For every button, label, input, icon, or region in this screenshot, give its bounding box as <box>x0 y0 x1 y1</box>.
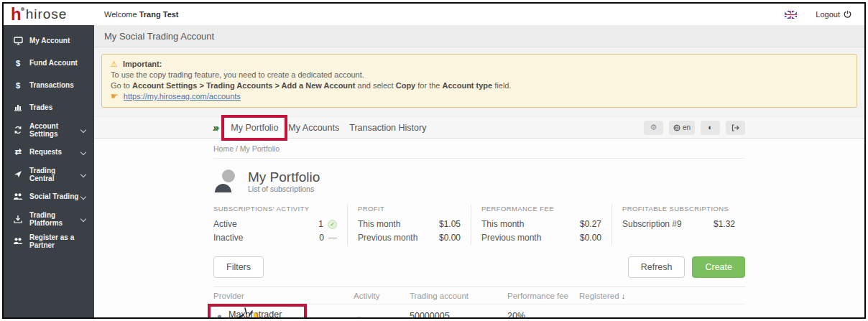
important-notice-banner: ⚠ Important: To use the copy trading fea… <box>101 54 857 108</box>
app-window: h hirose Welcome Trang Test Logout My Ac… <box>2 2 866 319</box>
stat-header: PROFIT <box>358 205 461 213</box>
stat-label: Active <box>213 218 237 231</box>
hirose-mark-icon: » <box>213 121 219 134</box>
column-registered[interactable]: Registered↓ <box>579 292 709 300</box>
logout-button[interactable]: Logout <box>816 10 851 19</box>
chevron-down-icon <box>80 215 86 221</box>
sidebar-item-label: Trading Platforms <box>29 211 81 227</box>
exit-icon <box>731 124 739 131</box>
sidebar-item-label: Social Trading <box>29 192 81 200</box>
provider-name-link[interactable]: Maxprotrader <box>228 310 282 317</box>
stat-value: $0.27 <box>580 218 601 231</box>
notice-text: and select <box>355 81 395 90</box>
stat-subscriptions-activity: SUBSCRIPTIONS' ACTIVITY Active 1✓ Inacti… <box>213 205 347 245</box>
theme-toggle-button[interactable]: ◐ <box>701 121 720 135</box>
chevron-down-icon <box>80 126 86 132</box>
notice-line1: To use the copy trading feature, you nee… <box>111 70 848 80</box>
stat-label: Previous month <box>481 231 541 245</box>
create-button[interactable]: Create <box>692 256 745 278</box>
column-label: Registered <box>579 292 619 300</box>
sidebar-item-trading-platforms[interactable]: Trading Platforms <box>4 208 94 230</box>
exit-button[interactable] <box>726 121 745 135</box>
stat-label: Inactive <box>213 231 243 245</box>
sidebar-item-label: Requests <box>29 148 81 156</box>
sidebar-item-account-settings[interactable]: Account Settings <box>4 118 94 141</box>
breadcrumb-separator: / <box>234 144 240 153</box>
uk-flag-icon[interactable] <box>785 11 797 19</box>
sidebar-item-label: My Account <box>29 37 88 45</box>
column-provider: Provider <box>213 292 354 300</box>
notice-text: field. <box>492 81 511 90</box>
dart-icon <box>12 170 24 178</box>
gear-icon: ⚙ <box>650 124 657 131</box>
transfer-arrows-icon: ⇄ <box>12 147 24 157</box>
stat-value: $1.32 <box>714 218 735 231</box>
monitor-icon <box>12 37 24 45</box>
notice-copy: Copy <box>396 81 416 90</box>
settings-button[interactable]: ⚙ <box>644 121 663 135</box>
tab-transaction-history[interactable]: Transaction History <box>344 118 431 137</box>
globe-icon <box>673 124 680 131</box>
sidebar-nav: My Account $ Fund Account $ Transactions… <box>4 25 94 317</box>
people-icon <box>12 237 24 245</box>
pointing-finger-icon: ☛ <box>111 91 119 101</box>
column-activity: Activity <box>354 292 410 300</box>
sidebar-item-register-partner[interactable]: Register as a Partner <box>4 230 94 252</box>
refresh-button[interactable]: Refresh <box>628 256 685 278</box>
chevron-down-icon <box>80 171 86 177</box>
stat-label: Previous month <box>358 231 417 245</box>
provider-avatar-icon <box>215 311 224 317</box>
accounts-link[interactable]: https://my.hiroseag.com/accounts <box>124 92 241 101</box>
stat-label: This month <box>358 218 400 231</box>
sort-desc-icon: ↓ <box>622 292 626 300</box>
stat-header: SUBSCRIPTIONS' ACTIVITY <box>213 205 337 213</box>
table-row[interactable]: Maxprotrader #9 Active ☝ <box>213 304 745 317</box>
dash-icon: — <box>328 231 337 245</box>
chevron-down-icon <box>80 193 86 199</box>
portfolio-avatar <box>213 169 239 193</box>
tab-bar: » My Portfolio My Accounts Transaction H… <box>94 116 864 139</box>
sidebar-item-trades[interactable]: Trades <box>4 96 94 118</box>
hirose-logo-mark-icon: h <box>11 6 22 22</box>
chevron-down-icon <box>80 149 86 154</box>
portfolio-heading: My Portfolio List of subscriptions <box>213 169 745 193</box>
activity-check-icon: ✓ <box>354 317 364 317</box>
stat-value: $0.00 <box>439 231 461 245</box>
sidebar-item-requests[interactable]: ⇄ Requests <box>4 141 94 163</box>
table-header-row: Provider Activity Trading account Perfor… <box>213 287 745 304</box>
tab-label: My Portfolio <box>231 123 278 133</box>
portfolio-subtitle: List of subscriptions <box>248 185 320 193</box>
sidebar-item-label: Fund Account <box>29 59 88 67</box>
performance-fee-value: 20% <box>507 311 579 317</box>
breadcrumb-home[interactable]: Home <box>213 144 234 153</box>
stats-summary: SUBSCRIPTIONS' ACTIVITY Active 1✓ Inacti… <box>213 205 745 245</box>
sidebar-item-social-trading[interactable]: Social Trading <box>4 185 94 208</box>
stat-value: $1.05 <box>439 218 461 231</box>
people-icon <box>12 192 24 200</box>
bar-chart-icon <box>12 103 24 111</box>
download-icon <box>12 215 24 223</box>
trading-account-number: 50000005 <box>410 311 507 317</box>
portfolio-title: My Portfolio <box>248 169 320 185</box>
sidebar-item-trading-central[interactable]: Trading Central <box>4 163 94 185</box>
sidebar-item-my-account[interactable]: My Account <box>4 29 94 52</box>
top-header: h hirose Welcome Trang Test Logout <box>4 4 864 25</box>
stat-performance-fee: PERFORMANCE FEE This month$0.27 Previous… <box>471 205 611 245</box>
notice-path: Account Settings > Trading Accounts > Ad… <box>132 81 355 90</box>
welcome-username: Trang Test <box>139 10 179 19</box>
expand-row-icon[interactable]: » <box>735 315 745 317</box>
stat-value: $0.00 <box>580 231 601 245</box>
sidebar-item-fund-account[interactable]: $ Fund Account <box>4 52 94 74</box>
sidebar-item-transactions[interactable]: $ Transactions <box>4 74 94 96</box>
tab-my-portfolio[interactable]: My Portfolio <box>226 118 283 137</box>
language-button[interactable]: en <box>669 121 695 135</box>
stat-header: PERFORMANCE FEE <box>481 205 601 213</box>
language-label: en <box>683 124 691 131</box>
filters-button[interactable]: Filters <box>213 256 264 278</box>
table-toolbar: Filters Refresh Create <box>213 256 745 278</box>
welcome-prefix: Welcome <box>104 10 137 19</box>
hirose-logo[interactable]: h hirose <box>4 6 94 22</box>
notice-text: Go to <box>111 81 132 90</box>
tab-my-accounts[interactable]: My Accounts <box>283 118 344 137</box>
main-area: My Social Trading Account ⚠ Important: T… <box>94 25 864 317</box>
